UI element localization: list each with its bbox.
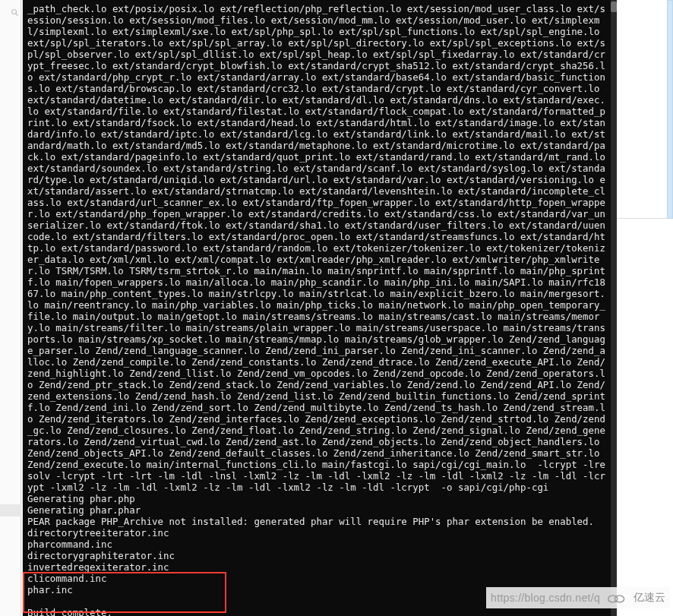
watermark: https://blog.csdn.net/q 亿速云 [486, 587, 670, 608]
editor-gutter [0, 0, 21, 616]
watermark-brand: 亿速云 [634, 591, 665, 605]
svg-point-3 [615, 595, 624, 602]
watermark-url: https://blog.csdn.net/q [491, 592, 600, 604]
svg-point-0 [12, 10, 17, 14]
right-panel-top [617, 0, 673, 219]
terminal-output[interactable]: _path_check.lo ext/posix/posix.lo ext/re… [23, 0, 611, 616]
right-panel [617, 0, 673, 616]
scrollbar-thumb[interactable] [611, 2, 617, 12]
right-panel-indicator [667, 0, 673, 219]
terminal-scrollbar[interactable] [611, 0, 617, 616]
cloud-icon [606, 590, 627, 605]
svg-line-1 [16, 14, 18, 16]
search-icon[interactable] [11, 6, 20, 15]
gutter-marker [0, 504, 21, 516]
